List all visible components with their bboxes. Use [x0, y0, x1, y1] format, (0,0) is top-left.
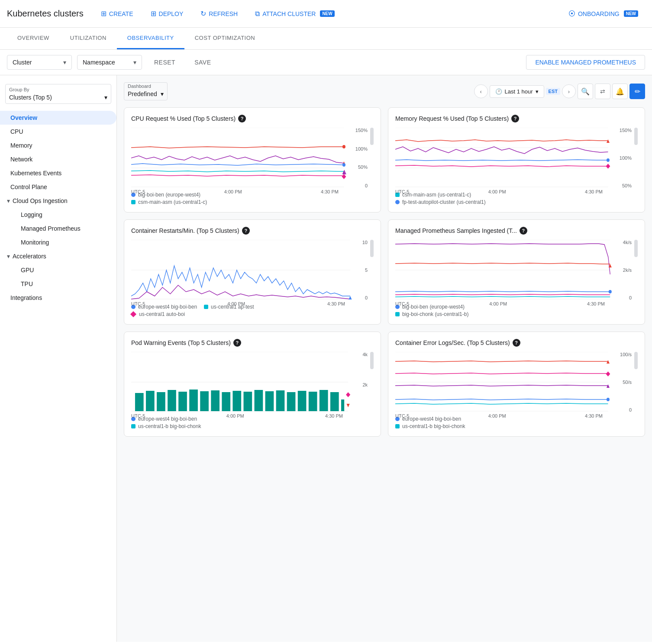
- main-content: Group By Clusters (Top 5) ▾ Overview CPU…: [0, 75, 652, 642]
- attach-icon: ⧉: [255, 10, 260, 18]
- memory-chart-scrollbar[interactable]: [634, 128, 638, 145]
- content-area: Dashboard Predefined ▾ ‹ 🕐 Last 1 hour ▾…: [117, 75, 652, 642]
- prometheus-help-icon[interactable]: ?: [520, 227, 527, 235]
- svg-rect-9: [342, 174, 346, 179]
- memory-chart-area: UTC-5 4:00 PM 4:30 PM: [395, 128, 616, 188]
- edit-button[interactable]: ✏: [629, 84, 645, 99]
- attach-new-badge: NEW: [320, 10, 334, 17]
- error-help-icon[interactable]: ?: [513, 339, 520, 347]
- sidebar-item-integrations[interactable]: Integrations: [0, 291, 116, 305]
- svg-marker-20: [349, 296, 352, 299]
- save-button[interactable]: SAVE: [187, 55, 218, 69]
- compare-button[interactable]: ⇄: [595, 84, 610, 99]
- svg-point-15: [607, 158, 610, 162]
- chart-pod-warning: Pod Warning Events (Top 5 Clusters) ?: [124, 332, 381, 437]
- refresh-button[interactable]: ↻ REFRESH: [194, 6, 245, 21]
- group-by-select[interactable]: Clusters (Top 5) ▾: [9, 94, 107, 101]
- svg-point-4: [342, 145, 345, 148]
- svg-rect-33: [178, 392, 187, 411]
- svg-rect-49: [346, 392, 350, 397]
- cluster-chevron-icon: ▾: [63, 59, 66, 66]
- bell-icon: 🔔: [616, 87, 624, 96]
- tab-observability[interactable]: OBSERVABILITY: [117, 28, 184, 49]
- search-button[interactable]: 🔍: [578, 84, 593, 99]
- timezone-badge: EST: [546, 88, 560, 95]
- svg-marker-54: [607, 360, 610, 364]
- svg-rect-30: [146, 391, 155, 411]
- header: Kubernetes clusters ⊞ CREATE ⊞ DEPLOY ↻ …: [0, 0, 652, 28]
- dashboard-controls: Dashboard Predefined ▾ ‹ 🕐 Last 1 hour ▾…: [124, 82, 645, 100]
- sidebar-item-cpu[interactable]: CPU: [0, 125, 116, 138]
- svg-marker-50: [347, 404, 350, 407]
- cluster-dropdown[interactable]: Cluster ▾: [7, 55, 72, 70]
- restarts-help-icon[interactable]: ?: [242, 227, 250, 235]
- tab-overview[interactable]: OVERVIEW: [7, 28, 60, 49]
- time-range-button[interactable]: 🕐 Last 1 hour ▾: [490, 85, 544, 98]
- svg-rect-36: [211, 390, 219, 411]
- sidebar-item-kubernetes-events[interactable]: Kubernetes Events: [0, 166, 116, 180]
- filter-bar: Cluster ▾ Namespace ▾ RESET SAVE ENABLE …: [0, 50, 652, 75]
- tab-cost-optimization[interactable]: COST OPTIMIZATION: [184, 28, 265, 49]
- tab-utilization[interactable]: UTILIZATION: [60, 28, 117, 49]
- error-chart-scrollbar[interactable]: [634, 352, 638, 369]
- alert-button[interactable]: 🔔: [612, 84, 628, 99]
- time-nav-prev-button[interactable]: ‹: [474, 84, 488, 98]
- pod-chart-scrollbar[interactable]: [370, 352, 374, 369]
- cpu-chart-area: UTC-5 4:00 PM 4:30 PM: [131, 128, 352, 188]
- prometheus-chart-scrollbar[interactable]: [634, 240, 638, 257]
- svg-rect-39: [244, 392, 252, 411]
- sidebar-section-accelerators[interactable]: ▾ Accelerators: [0, 249, 116, 263]
- svg-rect-47: [330, 392, 339, 411]
- namespace-dropdown[interactable]: Namespace ▾: [77, 55, 142, 70]
- tab-bar: OVERVIEW UTILIZATION OBSERVABILITY COST …: [0, 28, 652, 50]
- svg-rect-32: [168, 390, 176, 411]
- sidebar-section-cloud-ops[interactable]: ▾ Cloud Ops Ingestion: [0, 194, 116, 208]
- svg-rect-34: [189, 390, 198, 411]
- onboarding-button[interactable]: ⦿ ONBOARDING NEW: [562, 6, 645, 21]
- sidebar-item-overview[interactable]: Overview: [0, 111, 116, 125]
- dashboard-select-control[interactable]: Predefined ▾: [128, 89, 164, 99]
- cpu-help-icon[interactable]: ?: [238, 115, 246, 122]
- create-button[interactable]: ⊞ CREATE: [94, 6, 140, 21]
- create-icon: ⊞: [101, 10, 107, 18]
- sidebar-item-memory[interactable]: Memory: [0, 138, 116, 152]
- attach-cluster-button[interactable]: ⧉ ATTACH CLUSTER NEW: [248, 6, 342, 21]
- restarts-chart-scrollbar[interactable]: [370, 240, 374, 257]
- chart-prometheus-title: Managed Prometheus Samples Ingested (T..…: [395, 227, 638, 235]
- time-chevron-icon: ▾: [536, 88, 539, 95]
- onboarding-icon: ⦿: [568, 10, 575, 18]
- pod-help-icon[interactable]: ?: [233, 339, 241, 347]
- svg-point-57: [607, 398, 610, 401]
- deploy-button[interactable]: ⊞ DEPLOY: [144, 6, 190, 21]
- clock-icon: 🕐: [495, 88, 502, 95]
- namespace-chevron-icon: ▾: [133, 59, 136, 66]
- chart-managed-prometheus: Managed Prometheus Samples Ingested (T..…: [388, 219, 645, 325]
- svg-rect-48: [341, 399, 344, 411]
- sidebar-item-monitoring[interactable]: Monitoring: [0, 235, 116, 249]
- sidebar-item-network[interactable]: Network: [0, 152, 116, 166]
- chart-cpu-request: CPU Request % Used (Top 5 Clusters) ?: [124, 107, 381, 213]
- sidebar-item-logging[interactable]: Logging: [0, 208, 116, 222]
- accelerators-chevron-icon: ▾: [7, 253, 10, 260]
- dashboard-selector[interactable]: Dashboard Predefined ▾: [124, 82, 168, 100]
- sidebar-item-gpu[interactable]: GPU: [0, 263, 116, 277]
- svg-rect-29: [135, 393, 144, 411]
- svg-point-25: [609, 290, 612, 293]
- sidebar-item-control-plane[interactable]: Control Plane: [0, 180, 116, 194]
- time-controls: ‹ 🕐 Last 1 hour ▾ EST › 🔍 ⇄ 🔔: [474, 84, 645, 99]
- svg-rect-37: [222, 392, 230, 411]
- compare-icon: ⇄: [600, 88, 605, 95]
- sidebar-item-managed-prometheus[interactable]: Managed Prometheus: [0, 222, 116, 235]
- sidebar-item-tpu[interactable]: TPU: [0, 277, 116, 291]
- reset-button[interactable]: RESET: [147, 55, 182, 69]
- svg-marker-56: [607, 384, 610, 388]
- chart-container-error: Container Error Logs/Sec. (Top 5 Cluster…: [388, 332, 645, 437]
- chart-restarts-title: Container Restarts/Min. (Top 5 Clusters)…: [131, 227, 374, 235]
- time-nav-next-button[interactable]: ›: [562, 84, 576, 98]
- memory-help-icon[interactable]: ?: [511, 115, 519, 122]
- svg-marker-14: [607, 139, 610, 143]
- svg-rect-41: [265, 391, 274, 411]
- enable-prometheus-button[interactable]: ENABLE MANAGED PROMETHEUS: [526, 55, 645, 70]
- dashboard-chevron-icon: ▾: [161, 90, 164, 97]
- cpu-chart-scrollbar[interactable]: [370, 128, 374, 145]
